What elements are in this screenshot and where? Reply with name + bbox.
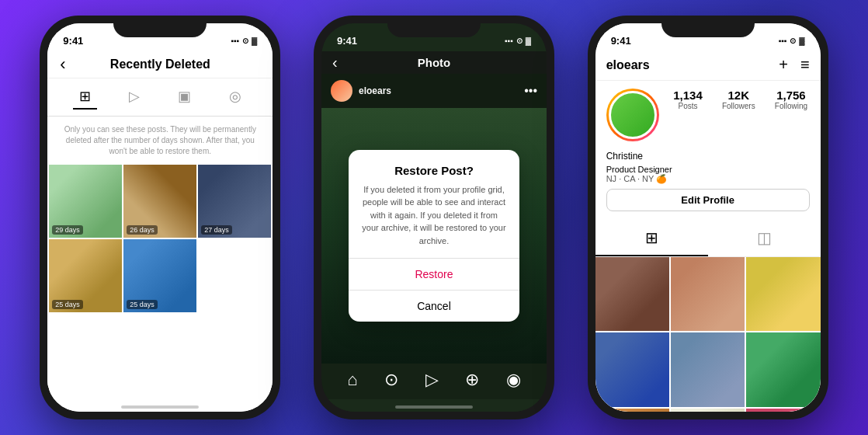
profile-bio-title: Product Designer [606, 165, 810, 174]
post-dots-2[interactable]: ••• [524, 84, 537, 98]
profile-username: eloears [606, 58, 650, 72]
status-time-2: 9:41 [337, 35, 357, 47]
dialog-body: Restore Post? If you deleted it from you… [349, 150, 519, 248]
reels-nav-icon-2[interactable]: ▷ [425, 370, 439, 390]
back-button-1[interactable]: ‹ [60, 56, 65, 73]
tv-icon: ▣ [178, 88, 191, 105]
post-username-2: eloears [359, 85, 391, 96]
days-badge-3: 27 days [201, 225, 232, 235]
profile-photo-7[interactable] [595, 409, 669, 412]
profile-avatar [606, 89, 659, 141]
avatar-inner [609, 91, 657, 139]
tab-tv-1[interactable]: ▣ [172, 85, 197, 110]
wifi-icon-3: ⊙ [790, 37, 796, 45]
photo-grid-1: 29 days 26 days 27 days 25 days 25 days [47, 165, 273, 312]
days-badge-5: 25 days [127, 300, 158, 309]
dialog-text: If you deleted it from your profile grid… [361, 183, 507, 248]
avatar-2 [331, 80, 352, 102]
profile-tabs: ⊞ ◫ [595, 221, 821, 257]
phone-notch-3 [661, 16, 755, 37]
tab-grid-3[interactable]: ⊞ [595, 221, 708, 256]
profile-bio-name: Christine [606, 148, 810, 165]
signal-icon-3: ▪▪▪ [779, 37, 787, 45]
tab-bar-1: ⊞ ▷ ▣ ◎ [47, 78, 273, 117]
home-indicator-2 [321, 399, 547, 412]
shop-nav-icon-2[interactable]: ⊕ [465, 370, 479, 390]
days-badge-2: 26 days [127, 225, 158, 235]
tab-grid-1[interactable]: ⊞ [73, 85, 97, 110]
phone-1: 9:41 ▪▪▪ ⊙ ▓ ‹ Recently Deleted ⊞ ▷ ▣ [40, 16, 280, 419]
tab-reels-1[interactable]: ▷ [123, 85, 146, 110]
phone-2: 9:41 ▪▪▪ ⊙ ▓ ‹ Photo eloears ••• [314, 16, 554, 419]
profile-nav-icon-2[interactable]: ◉ [506, 370, 521, 390]
status-time-3: 9:41 [611, 35, 631, 47]
empty-area-1 [47, 312, 273, 399]
profile-photo-5[interactable] [671, 332, 745, 406]
profile-photo-4[interactable] [595, 332, 669, 406]
signal-icon: ▪▪▪ [231, 37, 239, 45]
search-nav-icon-2[interactable]: ⊙ [384, 370, 398, 390]
photo-cell-5[interactable]: 25 days [123, 239, 196, 312]
photo-cell-1[interactable]: 29 days [49, 165, 122, 238]
profile-header: eloears + ≡ [595, 51, 821, 81]
tab-story-1[interactable]: ◎ [223, 85, 248, 110]
add-icon[interactable]: + [779, 56, 788, 74]
location-text: NJ · CA · NY 🍊 [606, 174, 668, 184]
bottom-nav-2: ⌂ ⊙ ▷ ⊕ ◉ [321, 364, 547, 399]
days-badge-1: 29 days [52, 225, 83, 235]
profile-photo-9[interactable] [746, 409, 820, 412]
posts-number: 1,134 [673, 89, 703, 102]
battery-icon: ▓ [252, 37, 257, 45]
post-header-2: eloears ••• [321, 74, 547, 108]
restore-button[interactable]: Restore [349, 259, 519, 290]
profile-stats: 1,134 Posts 12K Followers 1,756 Followin… [606, 89, 810, 141]
profile-photo-2[interactable] [671, 257, 745, 331]
wifi-icon: ⊙ [242, 37, 248, 45]
status-time-1: 9:41 [63, 35, 83, 47]
profile-info: 1,134 Posts 12K Followers 1,756 Followin… [595, 81, 821, 221]
profile-photo-8[interactable] [671, 409, 745, 412]
photo-cell-2[interactable]: 26 days [123, 165, 196, 238]
profile-photo-3[interactable] [746, 257, 820, 331]
posts-label: Posts [673, 102, 703, 110]
cancel-button[interactable]: Cancel [349, 291, 519, 322]
profile-photo-6[interactable] [746, 332, 820, 406]
following-label: Following [775, 102, 807, 110]
edit-profile-button[interactable]: Edit Profile [606, 189, 810, 211]
phone-notch-1 [113, 16, 207, 37]
story-icon: ◎ [229, 88, 241, 105]
profile-photo-1[interactable] [595, 257, 669, 331]
home-nav-icon-2[interactable]: ⌂ [347, 370, 357, 390]
phone-3: 9:41 ▪▪▪ ⊙ ▓ eloears + ≡ [588, 16, 828, 419]
status-icons-3: ▪▪▪ ⊙ ▓ [779, 37, 805, 45]
followers-count: 12K Followers [722, 89, 755, 110]
following-count: 1,756 Following [775, 89, 807, 110]
status-icons-1: ▪▪▪ ⊙ ▓ [231, 37, 257, 45]
post-user-2: eloears [331, 80, 391, 102]
reels-icon: ▷ [129, 88, 140, 105]
followers-number: 12K [722, 89, 755, 102]
followers-label: Followers [722, 102, 755, 110]
dialog-overlay: Restore Post? If you deleted it from you… [321, 108, 547, 364]
info-text-1: Only you can see these posts. They will … [47, 117, 273, 165]
profile-actions: + ≡ [779, 56, 809, 74]
menu-icon[interactable]: ≡ [800, 56, 810, 74]
profile-photo-grid [595, 257, 821, 412]
posts-count: 1,134 Posts [673, 89, 703, 110]
nav-bar-2: ‹ Photo [321, 51, 547, 74]
back-button-2[interactable]: ‹ [332, 54, 338, 71]
photo-cell-4[interactable]: 25 days [49, 239, 122, 312]
battery-icon-3: ▓ [799, 37, 804, 45]
phone-notch-2 [387, 16, 481, 37]
tab-tagged-3[interactable]: ◫ [708, 221, 821, 256]
battery-icon-2: ▓ [526, 37, 531, 45]
dialog-title: Restore Post? [361, 164, 507, 177]
photo-cell-3[interactable]: 27 days [198, 165, 271, 238]
home-indicator-1 [47, 399, 273, 412]
tagged-tab-icon: ◫ [757, 228, 772, 247]
following-number: 1,756 [775, 89, 807, 102]
signal-icon-2: ▪▪▪ [505, 37, 513, 45]
page-title-2: Photo [418, 56, 451, 69]
days-badge-4: 25 days [52, 300, 83, 309]
restore-dialog: Restore Post? If you deleted it from you… [349, 150, 519, 322]
